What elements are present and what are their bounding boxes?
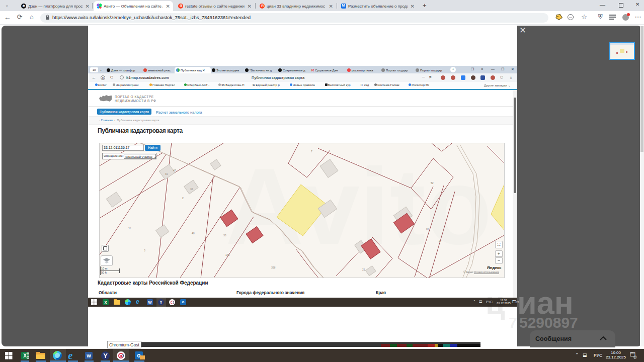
svg-text:48: 48 — [192, 232, 195, 235]
svg-text:47: 47 — [128, 226, 131, 229]
svg-text:27: 27 — [439, 239, 442, 242]
svg-text:2: 2 — [182, 197, 184, 200]
svg-text:21: 21 — [362, 268, 365, 271]
svg-text:32: 32 — [190, 188, 193, 191]
svg-text:33: 33 — [223, 234, 226, 237]
svg-text:81: 81 — [426, 228, 429, 231]
svg-text:149: 149 — [225, 253, 230, 256]
svg-text:7: 7 — [311, 150, 312, 153]
svg-text:31: 31 — [165, 172, 168, 175]
svg-text:358: 358 — [271, 266, 276, 269]
svg-text:3: 3 — [144, 249, 145, 252]
svg-text:47: 47 — [173, 169, 176, 172]
svg-text:52: 52 — [431, 182, 434, 185]
